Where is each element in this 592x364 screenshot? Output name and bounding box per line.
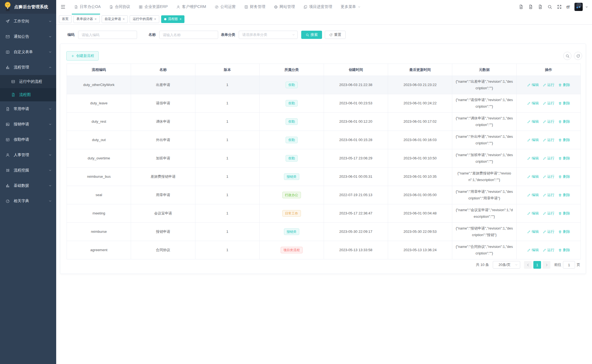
edit-link[interactable]: 编辑 (527, 100, 539, 107)
tab-1[interactable]: 表单设计器× (73, 15, 100, 23)
sidebar-item-9[interactable]: 基础数据 (0, 178, 56, 193)
table-row-1: duty_leave请假申请1假勤2023-06-01 00:23:532023… (67, 94, 581, 113)
column-header: 元数据 (452, 64, 516, 76)
edit-link[interactable]: 编辑 (527, 82, 539, 88)
run-link[interactable]: 运行 (543, 137, 554, 143)
sidebar-item-5[interactable]: 报销申请 (0, 117, 56, 132)
sidebar-item-10[interactable]: 相关字典 (0, 193, 56, 209)
run-link[interactable]: 运行 (543, 210, 554, 217)
page-number-button[interactable]: 1 (533, 261, 541, 269)
delete-link[interactable]: 删除 (558, 228, 570, 235)
run-link[interactable]: 运行 (543, 82, 554, 88)
avatar[interactable] (574, 3, 583, 11)
cell-name: 报销申请 (131, 223, 195, 241)
next-page-button[interactable] (543, 261, 550, 269)
run-link[interactable]: 运行 (543, 155, 554, 162)
edit-link[interactable]: 编辑 (527, 228, 539, 235)
code-input[interactable] (78, 31, 137, 39)
doc-icon-2[interactable] (528, 4, 533, 9)
topnav-item-4[interactable]: 公司运营 (215, 4, 236, 9)
font-size-icon[interactable]: tT (567, 5, 570, 9)
delete-link[interactable]: 删除 (558, 173, 570, 180)
sidebar-subitem-0[interactable]: 运行中的流程 (0, 75, 56, 88)
run-link[interactable]: 运行 (543, 228, 554, 235)
topnav-item-2[interactable]: 企业资源ERP (139, 4, 168, 9)
fullscreen-icon[interactable] (557, 4, 562, 9)
doc-icon-3[interactable] (538, 4, 543, 9)
sidebar-item-4[interactable]: 常用申请 (0, 101, 56, 117)
run-link[interactable]: 运行 (543, 100, 554, 107)
close-tab-icon[interactable]: × (180, 17, 182, 21)
table-refresh-button[interactable] (574, 52, 582, 60)
cell-actions: 编辑运行删除 (516, 186, 580, 204)
edit-link[interactable]: 编辑 (527, 192, 539, 198)
category-select[interactable]: 请选择表单分类 (239, 31, 298, 39)
table-icon (5, 137, 10, 142)
sidebar-item-0[interactable]: 工作空间 (0, 14, 56, 29)
tab-2[interactable]: 自定义申请× (102, 15, 128, 23)
goto-page-input[interactable] (563, 261, 575, 269)
topnav-item-5[interactable]: 财务管理 (244, 4, 265, 9)
cell-name: 加班申请 (131, 149, 195, 168)
topnav-item-1[interactable]: 合同协议 (109, 4, 130, 9)
run-link[interactable]: 运行 (543, 173, 554, 180)
cell-created: 2023-05-17 23:06:29 (324, 149, 388, 168)
edit-link[interactable]: 编辑 (527, 118, 539, 125)
doc-icon[interactable] (519, 4, 523, 9)
delete-link[interactable]: 删除 (558, 247, 570, 253)
trash-icon (558, 248, 562, 252)
search-icon[interactable] (547, 4, 552, 9)
tab-3[interactable]: 运行中的流程× (130, 15, 159, 23)
table-tools (563, 52, 582, 60)
topnav-item-7[interactable]: 项目进度管理 (303, 4, 332, 9)
page-unit-label: 页 (577, 262, 580, 267)
delete-link[interactable]: 删除 (558, 82, 570, 88)
delete-link[interactable]: 删除 (558, 137, 570, 143)
table-icon (11, 79, 15, 84)
sidebar-item-8[interactable]: 流程挖掘 (0, 163, 56, 178)
name-input[interactable] (159, 31, 218, 39)
sidebar-item-3[interactable]: 流程管理 (0, 60, 56, 75)
topnav-item-6[interactable]: 网站管理 (274, 4, 295, 9)
sidebar-subitem-1[interactable]: 流程图 (0, 88, 56, 101)
edit-link[interactable]: 编辑 (527, 155, 539, 162)
sidebar-item-7[interactable]: 人事管理 (0, 147, 56, 163)
trash-icon (558, 212, 562, 215)
topnav-item-3[interactable]: 客户维护CRM (176, 4, 206, 9)
edit-link[interactable]: 编辑 (527, 173, 539, 180)
sidebar-item-6[interactable]: 假勤申请 (0, 132, 56, 147)
close-tab-icon[interactable]: × (123, 17, 125, 21)
run-link[interactable]: 运行 (543, 118, 554, 125)
edit-link[interactable]: 编辑 (527, 210, 539, 217)
search-button[interactable]: 搜索 (301, 31, 322, 39)
run-link[interactable]: 运行 (543, 192, 554, 198)
delete-link[interactable]: 删除 (558, 155, 570, 162)
edit-link[interactable]: 编辑 (527, 247, 539, 253)
create-process-button[interactable]: 创建新流程 (66, 51, 99, 61)
run-link[interactable]: 运行 (543, 247, 554, 253)
tab-0[interactable]: 首页 (59, 15, 72, 23)
edit-link[interactable]: 编辑 (527, 137, 539, 143)
tab-4[interactable]: 流程图× (161, 15, 185, 23)
close-tab-icon[interactable]: × (154, 17, 156, 21)
reset-button[interactable]: 重置 (325, 31, 346, 39)
sidebar-item-2[interactable]: 自定义表单 (0, 44, 56, 60)
topnav-item-8[interactable]: 更多菜单 (341, 4, 361, 9)
category-label: 表单分类 (221, 32, 235, 37)
prev-page-button[interactable] (524, 261, 532, 269)
delete-link[interactable]: 删除 (558, 100, 570, 107)
table-search-toggle-button[interactable] (563, 52, 571, 60)
topnav-item-0[interactable]: 日常办公OA (74, 4, 101, 9)
avatar-caret-icon[interactable] (585, 5, 588, 8)
delete-link[interactable]: 删除 (558, 118, 570, 125)
cell-name: 会议室申请 (131, 204, 195, 223)
page-size-select[interactable]: 20条/页 (493, 261, 520, 269)
table-row-3: duty_out外出申请1假勤2023-06-01 00:15:282023-0… (67, 131, 581, 149)
close-tab-icon[interactable]: × (95, 17, 97, 21)
cell-updated: 2023-06-01 00:10:35 (388, 168, 452, 186)
hamburger-icon[interactable] (60, 4, 66, 10)
doc-icon (5, 107, 10, 111)
sidebar-item-1[interactable]: 通知公告 (0, 29, 56, 44)
delete-link[interactable]: 删除 (558, 192, 570, 198)
delete-link[interactable]: 删除 (558, 210, 570, 217)
